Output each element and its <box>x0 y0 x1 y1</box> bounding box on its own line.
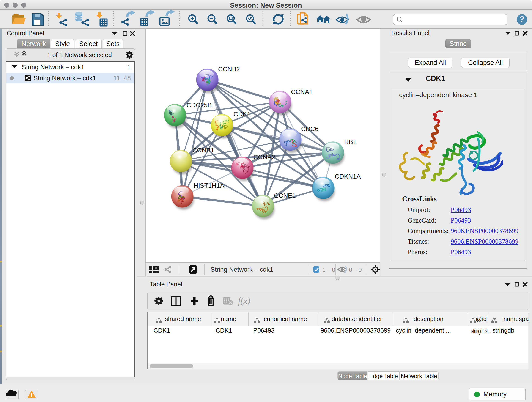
svg-text:CDC25B: CDC25B <box>186 102 212 109</box>
svg-text:CCNA1: CCNA1 <box>291 88 313 95</box>
svg-text:CCNB1: CCNB1 <box>192 147 214 154</box>
svg-text:CDC6: CDC6 <box>301 125 318 133</box>
svg-text:CCNE1: CCNE1 <box>274 192 296 199</box>
svg-text:RB1: RB1 <box>344 138 356 146</box>
svg-text:CCNA2: CCNA2 <box>253 153 275 161</box>
svg-text:CCNB2: CCNB2 <box>218 65 240 73</box>
svg-text:?: ? <box>519 14 525 24</box>
svg-text:CDK1: CDK1 <box>234 110 251 118</box>
svg-text:CDKN1A: CDKN1A <box>335 173 361 180</box>
svg-text:HIST1H1A: HIST1H1A <box>194 182 224 189</box>
svg-text:stringdb:9...: stringdb:9... <box>471 328 491 335</box>
